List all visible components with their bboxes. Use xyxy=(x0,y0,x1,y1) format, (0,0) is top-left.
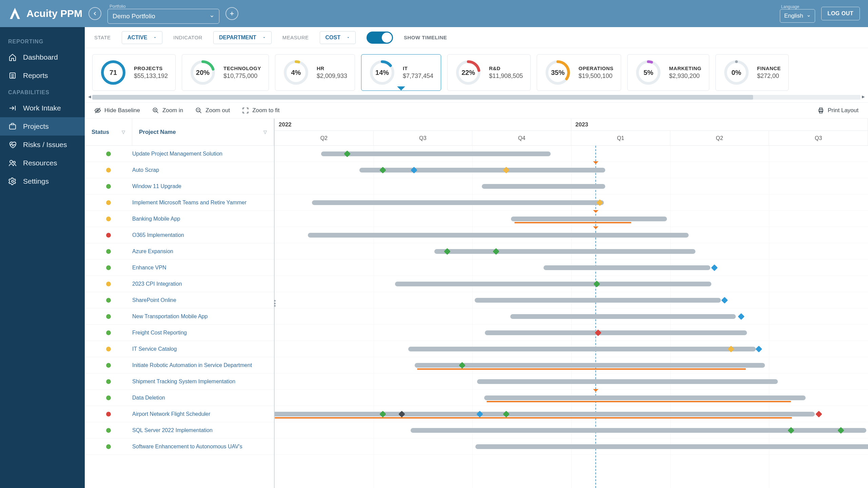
gantt-bar[interactable] xyxy=(308,233,689,238)
project-name-link[interactable]: Auto Scrap xyxy=(132,167,274,173)
table-row[interactable]: Initiate Robotic Automation in Service D… xyxy=(85,357,274,373)
language-selector[interactable]: English xyxy=(780,9,815,23)
project-name-link[interactable]: Data Deletion xyxy=(132,395,274,401)
add-portfolio-button[interactable] xyxy=(225,7,238,20)
project-name-link[interactable]: Banking Mobile App xyxy=(132,216,274,222)
zoom-out-button[interactable]: Zoom out xyxy=(195,107,230,114)
table-row[interactable]: Azure Expansion xyxy=(85,243,274,260)
table-row[interactable]: Freight Cost Reporting xyxy=(85,325,274,341)
milestone-icon[interactable] xyxy=(815,411,822,418)
sidebar-item-work-intake[interactable]: Work Intake xyxy=(0,99,85,117)
filter-state-select[interactable]: ACTIVE xyxy=(122,31,163,44)
sidebar-item-settings[interactable]: Settings xyxy=(0,172,85,190)
timeline-toggle[interactable] xyxy=(367,32,393,44)
zoom-fit-button[interactable]: Zoom to fit xyxy=(242,107,279,114)
kpi-card-marketing[interactable]: 5% MARKETING $2,930,200 xyxy=(627,54,709,91)
gantt-bar[interactable] xyxy=(395,282,711,286)
filter-indicator-select[interactable]: DEPARTMENT xyxy=(213,31,272,44)
table-row[interactable]: 2023 CPI Integration xyxy=(85,276,274,292)
kpi-card-projects[interactable]: 71 PROJECTS $55,133,192 xyxy=(92,54,176,91)
project-name-link[interactable]: Freight Cost Reporting xyxy=(132,330,274,336)
sidebar-item-resources[interactable]: Resources xyxy=(0,154,85,172)
kpi-scrollbar[interactable]: ◀ ▶ xyxy=(92,95,861,100)
gantt-bar[interactable] xyxy=(475,444,868,449)
kpi-card-hr[interactable]: 4% HR $2,009,933 xyxy=(275,54,355,91)
project-name-link[interactable]: Implement Microsoft Teams and Retire Yam… xyxy=(132,200,274,206)
project-name-link[interactable]: Azure Expansion xyxy=(132,248,274,255)
project-name-link[interactable]: O365 Implementation xyxy=(132,232,274,238)
print-layout-button[interactable]: Print Layout xyxy=(817,107,859,114)
kpi-title: TECHNOLOGY xyxy=(223,65,261,71)
table-row[interactable]: Banking Mobile App xyxy=(85,211,274,227)
portfolio-selector[interactable]: Demo Portfolio xyxy=(107,9,219,24)
gantt-bar[interactable] xyxy=(484,395,806,400)
status-cell xyxy=(85,347,132,351)
scroll-right-icon[interactable]: ▶ xyxy=(862,95,865,99)
table-row[interactable]: Implement Microsoft Teams and Retire Yam… xyxy=(85,195,274,211)
gantt-bar[interactable] xyxy=(510,314,736,319)
kpi-card-it[interactable]: 14% IT $7,737,454 xyxy=(361,54,441,91)
table-row[interactable]: Auto Scrap xyxy=(85,162,274,178)
gantt-bar[interactable] xyxy=(359,168,605,172)
table-row[interactable]: Window 11 Upgrade xyxy=(85,178,274,195)
project-name-link[interactable]: Window 11 Upgrade xyxy=(132,183,274,189)
milestone-icon[interactable] xyxy=(711,264,718,271)
sidebar-item-reports[interactable]: Reports xyxy=(0,66,85,85)
table-row[interactable]: Data Deletion xyxy=(85,390,274,406)
gantt-bar[interactable] xyxy=(275,412,815,416)
filter-measure-select[interactable]: COST xyxy=(320,31,356,44)
table-row[interactable]: IT Service Catalog xyxy=(85,341,274,357)
table-row[interactable]: Enhance VPN xyxy=(85,260,274,276)
kpi-card-operations[interactable]: 35% OPERATIONS $19,500,100 xyxy=(537,54,621,91)
sidebar-item-projects[interactable]: Projects xyxy=(0,117,85,136)
back-button[interactable] xyxy=(88,7,101,20)
project-name-link[interactable]: SQL Server 2022 Implementation xyxy=(132,427,274,433)
table-row[interactable]: Shipment Tracking System Implementation xyxy=(85,373,274,390)
gantt-bar[interactable] xyxy=(408,347,756,351)
sort-icon: ▽ xyxy=(263,129,267,135)
kpi-card-r&d[interactable]: 22% R&D $11,908,505 xyxy=(447,54,531,91)
zoom-in-button[interactable]: Zoom in xyxy=(152,107,183,114)
gantt-bar[interactable] xyxy=(477,379,778,384)
gantt-bar[interactable] xyxy=(434,249,695,254)
kpi-card-finance[interactable]: 0% FINANCE $272,00 xyxy=(715,54,789,91)
table-row[interactable]: Update Project Management Solution xyxy=(85,146,274,162)
sidebar-item-risks-issues[interactable]: Risks / Issues xyxy=(0,136,85,154)
sidebar-item-dashboard[interactable]: Dashboard xyxy=(0,48,85,66)
kpi-card-technology[interactable]: 20% TECHNOLOGY $10,775,000 xyxy=(182,54,269,91)
project-name-link[interactable]: Initiate Robotic Automation in Service D… xyxy=(132,362,274,368)
project-name-link[interactable]: Shipment Tracking System Implementation xyxy=(132,379,274,385)
project-name-link[interactable]: New Transportation Mobile App xyxy=(132,313,274,320)
hide-baseline-button[interactable]: Hide Baseline xyxy=(94,107,140,114)
header-name-cell[interactable]: Project Name ▽ xyxy=(132,119,274,145)
table-row[interactable]: Software Enhancement to Autonomous UAV's xyxy=(85,439,274,455)
scroll-thumb[interactable] xyxy=(92,95,753,100)
header-status-cell[interactable]: Status ▽ xyxy=(85,119,132,145)
milestone-icon[interactable] xyxy=(738,313,745,320)
project-name-link[interactable]: IT Service Catalog xyxy=(132,346,274,352)
gantt-bar[interactable] xyxy=(411,428,866,433)
project-name-link[interactable]: Update Project Management Solution xyxy=(132,151,274,157)
gantt-bar[interactable] xyxy=(475,298,721,303)
gantt-bar[interactable] xyxy=(312,200,604,205)
milestone-icon[interactable] xyxy=(721,297,728,304)
gantt-bar[interactable] xyxy=(511,217,667,221)
milestone-icon[interactable] xyxy=(755,346,762,352)
table-row[interactable]: SharePoint Online xyxy=(85,292,274,308)
table-row[interactable]: Airport Network Flight Scheduler xyxy=(85,406,274,422)
gantt-bar[interactable] xyxy=(415,363,765,368)
gantt-bar[interactable] xyxy=(544,265,710,270)
logout-button[interactable]: LOG OUT xyxy=(821,7,860,20)
project-name-link[interactable]: SharePoint Online xyxy=(132,297,274,303)
table-row[interactable]: New Transportation Mobile App xyxy=(85,308,274,325)
scroll-left-icon[interactable]: ◀ xyxy=(88,95,91,99)
project-name-link[interactable]: 2023 CPI Integration xyxy=(132,281,274,287)
gantt-bar[interactable] xyxy=(482,184,605,189)
table-row[interactable]: O365 Implementation xyxy=(85,227,274,243)
gantt-bar[interactable] xyxy=(485,330,747,335)
project-name-link[interactable]: Enhance VPN xyxy=(132,265,274,271)
project-name-link[interactable]: Airport Network Flight Scheduler xyxy=(132,411,274,417)
project-name-link[interactable]: Software Enhancement to Autonomous UAV's xyxy=(132,444,274,450)
gantt-bar[interactable] xyxy=(321,151,551,156)
table-row[interactable]: SQL Server 2022 Implementation xyxy=(85,422,274,439)
